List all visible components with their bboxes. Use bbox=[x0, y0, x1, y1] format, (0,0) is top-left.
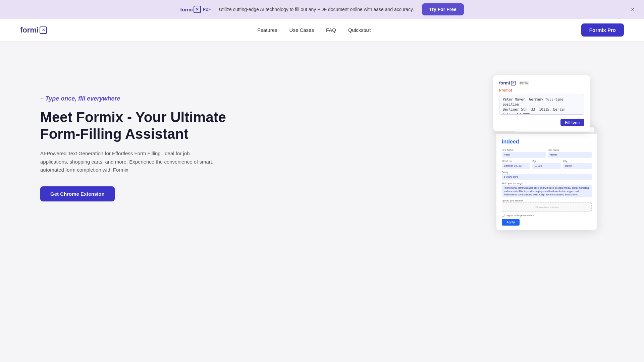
nav-logo-icon: ✕ bbox=[40, 26, 47, 34]
card-prompt-label: Prompt bbox=[499, 88, 584, 92]
street-label: Street No. bbox=[502, 160, 530, 162]
resume-group: Upload your resume ↑ Drag and drop or br… bbox=[502, 199, 592, 212]
first-name-input[interactable]: Peter bbox=[502, 152, 546, 158]
name-row: First Name Peter Last Name Mayer bbox=[502, 149, 592, 158]
card-footer: Fill form bbox=[499, 119, 584, 126]
resume-row: Upload your resume ↑ Drag and drop or br… bbox=[502, 199, 592, 212]
hero-section: – Type once, fill everywhere Meet Formix… bbox=[40, 68, 226, 201]
banner-logo-icon: ✕ bbox=[194, 6, 201, 13]
nav-logo: formi ✕ bbox=[20, 26, 47, 35]
hero-mockups: formi ✕ BETA Prompt Fill form indeed.com… bbox=[496, 75, 610, 216]
privacy-row: I agree to the privacy terms bbox=[502, 214, 592, 217]
formix-extension-card: formi ✕ BETA Prompt Fill form bbox=[493, 75, 590, 131]
nav-use-cases[interactable]: Use Cases bbox=[289, 27, 314, 33]
nav-features[interactable]: Features bbox=[257, 27, 277, 33]
navbar: formi ✕ Features Use Cases FAQ Quickstar… bbox=[0, 19, 644, 42]
browser-mockup: indeed.com indeed First Name Peter Last … bbox=[496, 125, 597, 230]
indeed-logo: indeed bbox=[502, 139, 592, 145]
top-banner: formi ✕ PDF Utilize cutting-edge AI tech… bbox=[0, 0, 644, 19]
main-content: – Type once, fill everywhere Meet Formix… bbox=[0, 42, 644, 236]
last-name-group: Last Name Mayer bbox=[548, 149, 592, 158]
nav-links: Features Use Cases FAQ Quickstart bbox=[257, 27, 371, 33]
hero-title: Meet Formix - Your Ultimate Form-Filling… bbox=[40, 109, 226, 143]
banner-logo-text: formi ✕ bbox=[180, 6, 201, 13]
salary-label: Salary bbox=[502, 171, 592, 173]
formix-pro-button[interactable]: Formix Pro bbox=[581, 23, 624, 37]
banner-close-button[interactable]: × bbox=[628, 5, 637, 14]
privacy-label: I agree to the privacy terms bbox=[506, 214, 534, 217]
card-prompt-textarea[interactable] bbox=[499, 94, 584, 115]
zip-label: Zip bbox=[532, 160, 561, 162]
message-label: Write your message bbox=[502, 182, 592, 184]
card-logo: formi ✕ bbox=[499, 80, 516, 85]
message-row: Write your message Phenomenal communicat… bbox=[502, 182, 592, 197]
message-textarea[interactable]: Phenomenal communication skills and with… bbox=[502, 185, 592, 197]
city-input[interactable]: Berlin bbox=[563, 163, 592, 169]
last-name-label: Last Name bbox=[548, 149, 592, 151]
upload-text: ↑ Drag and drop or browse bbox=[535, 206, 558, 208]
street-input[interactable]: Berliner Str. 33 bbox=[502, 163, 530, 169]
nav-faq[interactable]: FAQ bbox=[326, 27, 336, 33]
street-group: Street No. Berliner Str. 33 bbox=[502, 160, 530, 169]
hero-description: AI-Powered Text Generation for Effortles… bbox=[40, 149, 215, 174]
city-label: City bbox=[563, 160, 592, 162]
zip-group: Zip 10115 bbox=[532, 160, 561, 169]
browser-form-content: indeed First Name Peter Last Name Mayer bbox=[496, 134, 597, 230]
address-row: Street No. Berliner Str. 33 Zip 10115 Ci… bbox=[502, 160, 592, 169]
fill-form-button[interactable]: Fill form bbox=[560, 119, 584, 126]
hero-title-line1: Meet Formix - Your Ultimate bbox=[40, 109, 226, 125]
resume-upload-box[interactable]: ↑ Drag and drop or browse bbox=[502, 202, 592, 212]
message-group: Write your message Phenomenal communicat… bbox=[502, 182, 592, 197]
banner-cta-button[interactable]: Try For Free bbox=[422, 3, 464, 15]
salary-group: Salary 64.000 €uro bbox=[502, 171, 592, 180]
banner-logo: formi ✕ PDF bbox=[180, 6, 211, 13]
city-group: City Berlin bbox=[563, 160, 592, 169]
get-chrome-extension-button[interactable]: Get Chrome Extension bbox=[40, 186, 115, 201]
hero-tagline: – Type once, fill everywhere bbox=[40, 95, 226, 102]
first-name-group: First Name Peter bbox=[502, 149, 546, 158]
banner-message: Utilize cutting-edge AI technology to fi… bbox=[219, 7, 414, 12]
apply-button[interactable]: Apply bbox=[502, 219, 520, 226]
salary-input[interactable]: 64.000 €uro bbox=[502, 174, 592, 180]
nav-logo-text: formi ✕ bbox=[20, 26, 47, 35]
first-name-label: First Name bbox=[502, 149, 546, 151]
hero-title-line2: Form-Filling Assistant bbox=[40, 126, 189, 142]
banner-pdf-label: PDF bbox=[203, 7, 211, 12]
card-logo-icon: ✕ bbox=[511, 81, 516, 85]
last-name-input[interactable]: Mayer bbox=[548, 152, 592, 158]
resume-label: Upload your resume bbox=[502, 199, 592, 202]
card-beta-badge: BETA bbox=[519, 81, 530, 85]
salary-row: Salary 64.000 €uro bbox=[502, 171, 592, 180]
card-header: formi ✕ BETA bbox=[499, 80, 584, 85]
zip-input[interactable]: 10115 bbox=[532, 163, 561, 169]
nav-quickstart[interactable]: Quickstart bbox=[348, 27, 371, 33]
privacy-checkbox[interactable] bbox=[502, 214, 504, 217]
